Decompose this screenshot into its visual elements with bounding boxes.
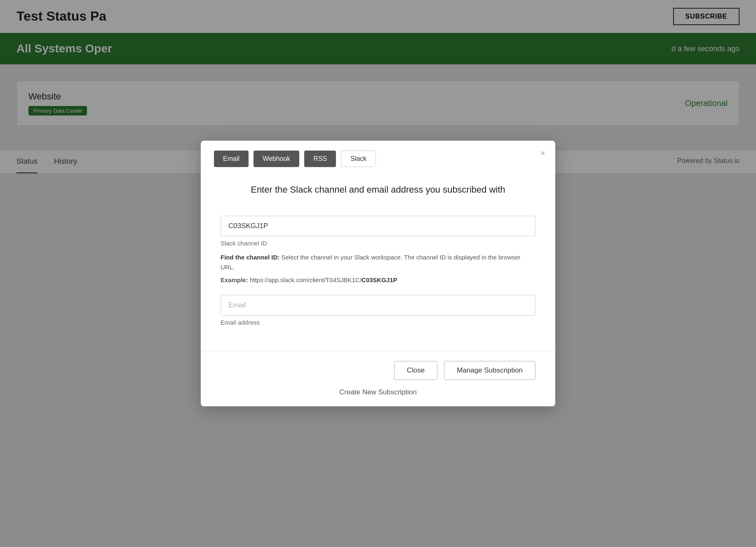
channel-form-group: Slack channel ID Find the channel ID: Se… [221,216,535,283]
email-input[interactable] [221,295,535,316]
channel-example: Example: https://app.slack.com/client/T0… [221,276,535,283]
example-label: Example: [221,276,248,283]
close-icon[interactable]: × [540,149,545,158]
modal-tabs: Email Webhook RSS Slack [201,141,555,167]
manage-subscription-button[interactable]: Manage Subscription [444,361,535,380]
example-bold: C03SKGJ1P [362,276,397,283]
create-new-subscription-link[interactable]: Create New Subscription [221,388,535,396]
close-button[interactable]: Close [394,361,437,380]
channel-help: Find the channel ID: Select the channel … [221,252,535,272]
modal-heading: Enter the Slack channel and email addres… [221,184,535,196]
modal-body: Enter the Slack channel and email addres… [201,167,555,351]
modal-footer: Close Manage Subscription Create New Sub… [201,351,555,406]
email-form-group: Email address [221,295,535,326]
tab-email[interactable]: Email [214,151,249,167]
channel-label: Slack channel ID [221,240,535,247]
modal-overlay: × Email Webhook RSS Slack Enter the Slac… [0,0,756,547]
tab-rss[interactable]: RSS [304,151,336,167]
slack-channel-input[interactable] [221,216,535,236]
tab-slack[interactable]: Slack [341,151,376,167]
tab-webhook[interactable]: Webhook [254,151,299,167]
footer-buttons: Close Manage Subscription [221,361,535,380]
email-label: Email address [221,319,535,326]
subscription-modal: × Email Webhook RSS Slack Enter the Slac… [201,141,555,407]
channel-help-bold: Find the channel ID: [221,254,279,261]
example-url: https://app.slack.com/client/T04SJBK1C/ [250,276,362,283]
